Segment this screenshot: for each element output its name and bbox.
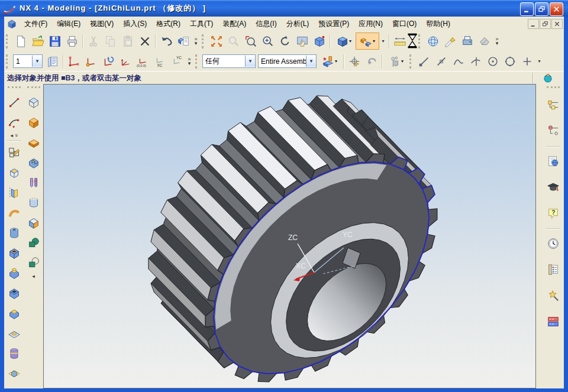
wcs-xc-icon[interactable]: XC bbox=[151, 53, 168, 70]
web-icon[interactable] bbox=[544, 153, 562, 170]
snap-quad-icon[interactable] bbox=[501, 53, 518, 70]
toolbar-grip[interactable] bbox=[202, 34, 206, 48]
fit-icon[interactable] bbox=[208, 33, 225, 50]
snap-int-icon[interactable] bbox=[467, 53, 484, 70]
revolve-icon[interactable] bbox=[5, 184, 23, 202]
document-restore-button[interactable] bbox=[540, 19, 551, 29]
toolbar-overflow-button[interactable]: »▾ bbox=[185, 53, 193, 69]
snap-end-icon[interactable] bbox=[415, 53, 433, 70]
menu-item-11[interactable]: 窗口(O) bbox=[388, 17, 421, 31]
wcs-zero-icon[interactable]: (0,0,0) bbox=[134, 53, 151, 70]
extrude-icon[interactable] bbox=[5, 164, 23, 182]
pocket-icon[interactable] bbox=[5, 284, 23, 302]
menu-item-1[interactable]: 编辑(E) bbox=[52, 17, 85, 31]
zoom-inout-icon[interactable] bbox=[259, 33, 276, 50]
groove2-icon[interactable] bbox=[25, 194, 43, 212]
toolbar-overflow-button[interactable]: ◂ » bbox=[9, 132, 18, 138]
knife-icon[interactable] bbox=[441, 33, 459, 50]
snap-curve-icon[interactable] bbox=[450, 53, 467, 70]
wcs-rotate-icon[interactable] bbox=[99, 53, 117, 70]
toolbar-grip[interactable] bbox=[409, 54, 414, 69]
clip-icon[interactable] bbox=[476, 33, 493, 50]
block-icon[interactable] bbox=[25, 114, 43, 131]
restore-button[interactable] bbox=[535, 2, 548, 16]
chevron-down-icon[interactable]: ▼ bbox=[306, 56, 316, 67]
asm-nav-icon[interactable] bbox=[544, 96, 562, 114]
history-icon[interactable] bbox=[544, 235, 562, 252]
palette-icon[interactable] bbox=[544, 261, 562, 278]
scenario-icon[interactable] bbox=[544, 313, 562, 331]
ruler-icon[interactable] bbox=[391, 33, 408, 50]
selection-filter-select[interactable]: 任何 ▼ bbox=[202, 54, 256, 68]
step-icon[interactable] bbox=[25, 154, 43, 171]
document-close-button[interactable] bbox=[551, 19, 563, 29]
wcs-yc-icon[interactable]: YC bbox=[168, 53, 185, 70]
menu-item-6[interactable]: 装配(A) bbox=[218, 17, 251, 31]
selection-scope-select[interactable]: Entire Assemb ▼ bbox=[258, 54, 317, 68]
sketch-icon[interactable] bbox=[5, 144, 23, 161]
rotate-icon[interactable] bbox=[276, 33, 293, 50]
delete-icon[interactable] bbox=[136, 33, 153, 50]
graphics-window[interactable]: ZCYCXC bbox=[43, 84, 536, 388]
print-icon[interactable] bbox=[63, 33, 80, 50]
layer-select[interactable]: 1 ▼ bbox=[13, 54, 43, 68]
help-icon[interactable]: ? bbox=[544, 205, 562, 222]
toolbar-grip[interactable] bbox=[195, 54, 199, 69]
toolbar-grip[interactable] bbox=[6, 34, 10, 48]
menu-item-9[interactable]: 预设置(P) bbox=[314, 17, 354, 31]
menu-item-5[interactable]: 工具(T) bbox=[185, 17, 218, 31]
menu-item-4[interactable]: 格式(R) bbox=[151, 17, 185, 31]
menu-item-10[interactable]: 应用(N) bbox=[354, 17, 388, 31]
sweep-icon[interactable] bbox=[5, 204, 23, 222]
toolbar-overflow-button[interactable]: »▾ bbox=[493, 33, 501, 49]
perspective-icon[interactable] bbox=[311, 33, 328, 50]
tutorials-icon[interactable] bbox=[544, 179, 562, 196]
wcs-orient-icon[interactable] bbox=[117, 53, 134, 70]
pad-icon[interactable] bbox=[5, 304, 23, 322]
title-bar[interactable]: NX 4 - Modeling - [ZhiChiLun.prt （修改的） ] bbox=[0, 0, 568, 17]
part-nav-icon[interactable] bbox=[544, 122, 562, 140]
line-icon[interactable] bbox=[5, 93, 23, 111]
hqi-icon[interactable] bbox=[459, 33, 476, 50]
roles-icon[interactable] bbox=[544, 287, 562, 304]
shaded-icon[interactable]: ▾ bbox=[332, 33, 356, 50]
toolbar-grip[interactable] bbox=[547, 86, 560, 90]
minimize-button[interactable] bbox=[520, 2, 534, 16]
undo-icon[interactable] bbox=[157, 33, 175, 50]
close-button[interactable] bbox=[550, 2, 563, 16]
chevron-down-icon[interactable]: ▼ bbox=[32, 56, 42, 67]
menu-item-8[interactable]: 分析(L) bbox=[282, 17, 314, 31]
new-icon[interactable] bbox=[12, 33, 29, 50]
menu-item-0[interactable]: 文件(F) bbox=[20, 17, 52, 31]
3d-gear-model[interactable]: ZCYCXC bbox=[44, 85, 535, 388]
wcs-origin-icon[interactable] bbox=[82, 53, 99, 70]
unite-icon[interactable] bbox=[25, 234, 43, 252]
toolbar-overflow-button[interactable]: »▾ bbox=[408, 33, 417, 49]
toolbar-grip[interactable] bbox=[6, 54, 10, 69]
arc-icon[interactable] bbox=[5, 114, 23, 131]
pad2-icon[interactable] bbox=[25, 134, 43, 151]
document-minimize-button[interactable] bbox=[528, 19, 539, 29]
subtract-icon[interactable] bbox=[25, 254, 43, 272]
datum-plane-icon[interactable] bbox=[5, 365, 23, 383]
chevron-down-icon[interactable]: ▼ bbox=[245, 56, 255, 67]
chamfer-icon[interactable] bbox=[25, 214, 43, 232]
snap-filter-icon[interactable] bbox=[346, 53, 363, 70]
boss-icon[interactable] bbox=[5, 264, 23, 282]
collapse-arrow-button[interactable]: ◂ bbox=[31, 273, 36, 279]
orient-icon[interactable]: ▾ bbox=[356, 33, 379, 50]
dropdown-arrow-button[interactable]: ▾ bbox=[379, 33, 387, 49]
rib-icon[interactable] bbox=[25, 174, 43, 192]
obj-display-icon[interactable] bbox=[175, 33, 192, 50]
hole-icon[interactable] bbox=[5, 244, 23, 262]
snap-mid-icon[interactable] bbox=[433, 53, 450, 70]
groove-icon[interactable] bbox=[5, 345, 23, 362]
asm-add-icon[interactable]: ▾ bbox=[318, 53, 341, 70]
save-icon[interactable] bbox=[46, 33, 63, 50]
toolbar-grip[interactable] bbox=[8, 86, 21, 90]
menu-item-2[interactable]: 视图(V) bbox=[85, 17, 118, 31]
tube-icon[interactable] bbox=[5, 224, 23, 242]
robot-icon[interactable]: ▾ bbox=[384, 53, 408, 70]
snap-point-icon[interactable] bbox=[518, 53, 535, 70]
layer-cat-icon[interactable] bbox=[44, 53, 61, 70]
